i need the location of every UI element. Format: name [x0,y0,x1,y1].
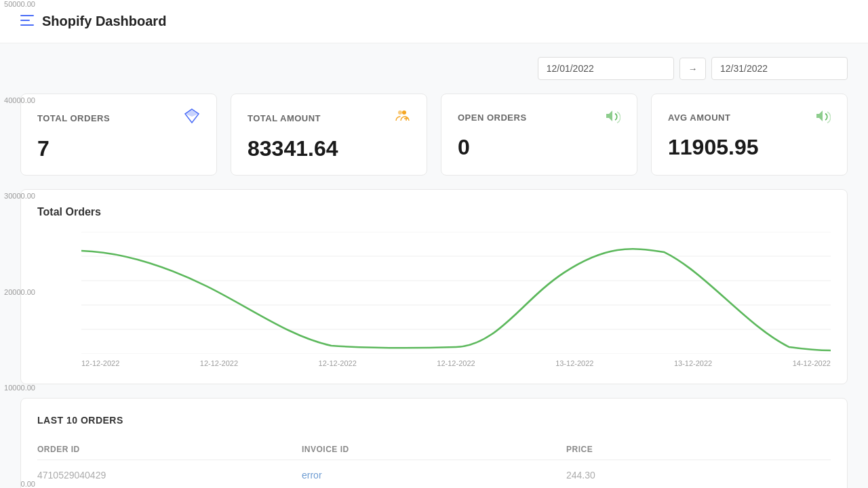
page-title: Shopify Dashboard [42,14,166,29]
date-filter: → [20,57,848,80]
x-label-4: 13-12-2022 [555,359,593,367]
svg-point-6 [402,110,406,115]
users-icon [394,108,410,128]
diamond-icon [184,108,200,128]
stat-card-total-orders: TOTAL ORDERS 7 [20,94,217,176]
table-card: LAST 10 ORDERS ORDER ID INVOICE ID PRICE… [20,398,848,488]
total-amount-value: 83341.64 [248,136,410,161]
stat-card-header-3: OPEN ORDERS [458,108,620,127]
stat-card-avg-amount: AVG AMOUNT 11905.95 [651,94,848,176]
end-date-input[interactable] [711,57,848,80]
x-label-5: 13-12-2022 [674,359,712,367]
megaphone-icon [604,108,620,127]
svg-point-5 [398,110,402,115]
x-label-3: 12-12-2022 [437,359,475,367]
y-label-5: 50000.00 [0,0,41,8]
stat-card-header-4: AVG AMOUNT [668,108,831,127]
chart-card: Total Orders 50000.00 40000.00 30000.00 … [20,189,848,384]
stats-grid: TOTAL ORDERS 7 TOTAL AMOUNT [20,94,848,176]
open-orders-value: 0 [458,135,620,160]
chart-title: Total Orders [37,206,831,218]
stat-card-header: TOTAL ORDERS [37,108,200,128]
total-orders-value: 7 [37,136,200,161]
stat-card-total-amount: TOTAL AMOUNT 83341.64 [231,94,427,176]
svg-marker-4 [185,109,199,117]
y-label-1: 10000.00 [0,384,41,392]
y-label-4: 40000.00 [0,96,41,104]
open-orders-label: OPEN ORDERS [458,113,527,123]
stat-card-open-orders: OPEN ORDERS 0 [441,94,637,176]
col-price: PRICE [566,445,831,454]
table-header: ORDER ID INVOICE ID PRICE [37,439,831,460]
avg-amount-value: 11905.95 [668,135,831,160]
x-label-1: 12-12-2022 [200,359,238,367]
megaphone-icon-2 [814,108,831,127]
chart-svg [81,232,831,354]
y-label-3: 30000.00 [0,192,41,200]
table-row: 4710529040429 error 244.30 [37,460,831,488]
start-date-input[interactable] [538,57,674,80]
stat-card-header-2: TOTAL AMOUNT [248,108,410,128]
col-invoice-id: INVOICE ID [302,445,566,454]
avg-amount-label: AVG AMOUNT [668,113,730,123]
x-label-6: 14-12-2022 [793,359,831,367]
main-content: → TOTAL ORDERS 7 TOTAL AMOUNT [0,43,868,488]
col-order-id: ORDER ID [37,445,302,454]
y-axis: 50000.00 40000.00 30000.00 20000.00 1000… [0,0,41,488]
order-id-0: 4710529040429 [37,470,302,481]
table-title: LAST 10 ORDERS [37,415,831,426]
total-orders-label: TOTAL ORDERS [37,113,110,123]
y-label-2: 20000.00 [0,288,41,296]
price-0: 244.30 [566,470,831,481]
x-label-0: 12-12-2022 [81,359,119,367]
app-header: Shopify Dashboard [0,0,868,43]
chart-inner [81,232,831,354]
total-amount-label: TOTAL AMOUNT [248,113,321,123]
y-label-0: 0.00 [0,480,41,488]
x-axis: 12-12-2022 12-12-2022 12-12-2022 12-12-2… [81,354,831,367]
date-arrow-button[interactable]: → [679,58,706,80]
x-label-2: 12-12-2022 [319,359,357,367]
invoice-id-0: error [302,470,566,481]
